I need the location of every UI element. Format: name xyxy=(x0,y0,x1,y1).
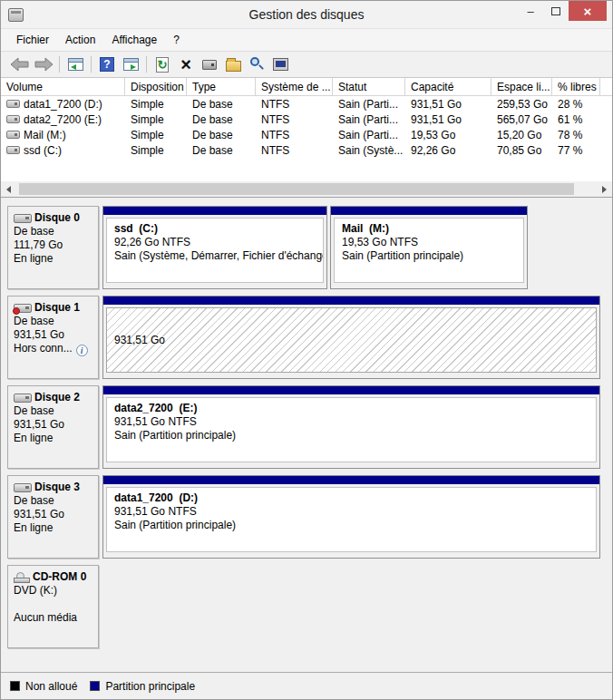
cell-volume: ssd (C:) xyxy=(1,144,125,157)
partition-color-band xyxy=(103,297,599,305)
column-header-statut[interactable]: Statut xyxy=(333,78,405,95)
partition-block[interactable]: 931,51 Go xyxy=(102,296,600,379)
table-row[interactable]: ssd (C:)SimpleDe baseNTFSSain (Systè...9… xyxy=(1,142,612,158)
offline-badge-icon xyxy=(13,307,20,315)
disk-icon xyxy=(14,483,32,492)
cell-capacite: 931,51 Go xyxy=(405,113,491,126)
back-icon[interactable] xyxy=(9,54,31,74)
disk-graphic-1: 931,51 Go xyxy=(102,296,603,379)
cell-text: Simple xyxy=(131,144,164,157)
partition-body: data1_7200 (D:)931,51 Go NTFSSain (Parti… xyxy=(106,487,597,552)
maximize-button[interactable] xyxy=(543,1,569,21)
disk-label-2[interactable]: Disque 2De base931,51 GoEn ligne xyxy=(7,385,99,469)
manage-computer-icon[interactable] xyxy=(269,54,291,74)
cell-text: 92,26 Go xyxy=(411,144,455,157)
cell-libres: 78 % xyxy=(552,129,600,141)
cell-text: Simple xyxy=(131,129,164,141)
disk-icon xyxy=(14,394,32,403)
forward-icon[interactable] xyxy=(33,54,54,74)
cell-text: 61 % xyxy=(558,113,582,126)
menu-item-affichage[interactable]: Affichage xyxy=(103,31,165,49)
disk-info-line: Hors conn...i xyxy=(14,342,94,356)
column-header-espace[interactable]: Espace li... xyxy=(491,78,552,95)
cell-text: De base xyxy=(192,144,233,157)
cell-text: 28 % xyxy=(558,98,582,111)
disk-info-line: En ligne xyxy=(14,521,94,535)
partition-block[interactable]: ssd (C:)92,26 Go NTFSSain (Système, Déma… xyxy=(102,206,327,289)
partition-block[interactable]: data2_7200 (E:)931,51 Go NTFSSain (Parti… xyxy=(102,385,600,469)
cell-text: Simple xyxy=(131,113,164,126)
disk-name: Disque 3 xyxy=(34,481,80,494)
column-header-libres[interactable]: % libres xyxy=(552,78,600,95)
delete-icon[interactable]: × xyxy=(175,54,197,74)
disk-label-1[interactable]: Disque 1De base931,51 GoHors conn...i xyxy=(7,296,99,379)
volume-table-header: VolumeDispositionTypeSystème de ...Statu… xyxy=(1,78,612,96)
menu-item-action[interactable]: Action xyxy=(57,31,103,49)
cell-text: NTFS xyxy=(261,144,289,157)
cell-text: 77 % xyxy=(558,144,582,157)
column-header-type[interactable]: Type xyxy=(187,78,256,95)
help-icon[interactable]: ? xyxy=(96,54,118,74)
cdrom-icon xyxy=(14,572,30,583)
legend-label: Non alloué xyxy=(25,680,77,693)
cell-text: 70,85 Go xyxy=(497,144,541,157)
partition-block[interactable]: data1_7200 (D:)931,51 Go NTFSSain (Parti… xyxy=(102,475,600,559)
table-row[interactable]: data1_7200 (D:)SimpleDe baseNTFSSain (Pa… xyxy=(1,96,612,112)
show-console-tree-icon[interactable] xyxy=(64,54,86,74)
disk-header: Disque 3 xyxy=(14,481,94,494)
table-row[interactable]: Mail (M:)SimpleDe baseNTFSSain (Parti...… xyxy=(1,127,612,142)
cell-capacite: 931,51 Go xyxy=(405,98,491,111)
cell-disposition: Simple xyxy=(125,98,187,111)
volume-list-pane: VolumeDispositionTypeSystème de ...Statu… xyxy=(1,78,612,198)
cell-disposition: Simple xyxy=(125,129,187,141)
disk-graphic-4 xyxy=(102,565,603,648)
cell-text: 78 % xyxy=(558,129,582,141)
scrollbar-thumb[interactable] xyxy=(19,183,574,195)
cell-disposition: Simple xyxy=(125,113,187,126)
table-row[interactable]: data2_7200 (E:)SimpleDe baseNTFSSain (Pa… xyxy=(1,112,612,127)
cell-type: De base xyxy=(187,98,256,111)
disk-graphic-2: data2_7200 (E:)931,51 Go NTFSSain (Parti… xyxy=(102,385,603,469)
partition-body: Mail (M:)19,53 Go NTFSSain (Partition pr… xyxy=(334,218,524,283)
cell-text: NTFS xyxy=(261,113,289,126)
open-icon[interactable] xyxy=(222,54,244,74)
disk-row-2: Disque 2De base931,51 GoEn lignedata2_72… xyxy=(7,385,612,469)
info-icon[interactable]: i xyxy=(76,345,88,356)
cell-text: Mail (M:) xyxy=(24,129,66,141)
unallocated-hatch-area: 931,51 Go xyxy=(106,307,597,373)
cell-fs: NTFS xyxy=(256,144,333,157)
partition-block[interactable]: Mail (M:)19,53 Go NTFSSain (Partition pr… xyxy=(330,206,528,289)
disk-label-4[interactable]: CD-ROM 0DVD (K:) Aucun média xyxy=(7,565,99,648)
disk-info-line: De base xyxy=(14,315,94,328)
column-header-fs[interactable]: Système de ... xyxy=(256,78,333,95)
search-icon[interactable] xyxy=(246,54,268,74)
show-action-pane-icon[interactable] xyxy=(120,54,141,74)
column-header-capacite[interactable]: Capacité xyxy=(405,78,491,95)
cell-text: 19,53 Go xyxy=(411,129,455,141)
cell-text: 15,20 Go xyxy=(497,129,541,141)
menu-item-[interactable]: ? xyxy=(165,31,188,49)
properties-icon[interactable] xyxy=(199,54,220,74)
partition-body: data2_7200 (E:)931,51 Go NTFSSain (Parti… xyxy=(106,397,597,462)
horizontal-scrollbar[interactable] xyxy=(1,181,612,197)
column-header-disposition[interactable]: Disposition xyxy=(125,78,187,95)
cell-text: Sain (Parti... xyxy=(338,113,398,126)
close-button[interactable]: × xyxy=(569,1,607,21)
disk-info-line: En ligne xyxy=(14,432,94,445)
menu-item-fichier[interactable]: Fichier xyxy=(8,31,57,49)
cell-text: NTFS xyxy=(261,98,289,111)
disk-graphic-0: ssd (C:)92,26 Go NTFSSain (Système, Déma… xyxy=(102,206,603,289)
refresh-icon[interactable]: ↻ xyxy=(151,54,173,74)
scroll-right-button[interactable] xyxy=(597,181,612,197)
disk-info-line: 931,51 Go xyxy=(14,418,94,432)
cell-statut: Sain (Parti... xyxy=(333,98,405,111)
disk-label-0[interactable]: Disque 0De base111,79 GoEn ligne xyxy=(7,206,99,289)
legend-item: Non alloué xyxy=(10,680,77,693)
disk-info-line: Aucun média xyxy=(14,611,94,625)
column-header-volume[interactable]: Volume xyxy=(1,78,125,95)
minimize-button[interactable]: – xyxy=(518,1,543,21)
scroll-left-button[interactable] xyxy=(1,181,16,197)
cell-text: Simple xyxy=(131,98,164,111)
disk-label-3[interactable]: Disque 3De base931,51 GoEn ligne xyxy=(7,475,99,559)
cell-text: 565,07 Go xyxy=(497,113,548,126)
